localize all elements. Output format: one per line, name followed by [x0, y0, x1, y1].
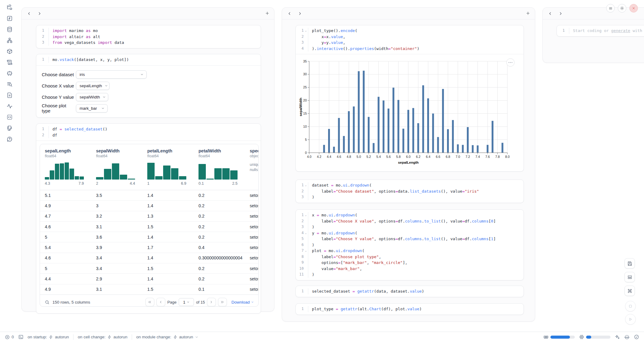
code-cell-plot-type[interactable]: 1plot_type = getattr(alt.Chart(df), plot…	[295, 303, 524, 315]
help-chat-icon[interactable]	[6, 136, 13, 142]
fold-chevron-icon[interactable]: ⌄	[304, 248, 308, 254]
code-line[interactable]: 5 label="Choose Y value", options=df.col…	[296, 236, 524, 242]
memory-usage[interactable]	[543, 334, 575, 340]
code-editor[interactable]: 1df = selected_dataset()2df	[36, 124, 261, 141]
scroll-text-icon[interactable]	[6, 59, 13, 65]
column-next-button[interactable]	[559, 11, 563, 16]
page-select[interactable]: 1	[179, 298, 194, 306]
file-tree-icon[interactable]	[6, 4, 13, 10]
dataset-select[interactable]: iris	[76, 70, 147, 79]
error-indicator[interactable]: 0	[5, 335, 14, 340]
table-row[interactable]: 4.63.41.40.30000000000000004setosa	[40, 253, 258, 263]
code-line[interactable]: 1⌄dataset = mo.ui.dropdown(	[296, 182, 524, 188]
code-line[interactable]: 2 x=x.value,	[296, 34, 524, 40]
code-line[interactable]: 3)	[296, 194, 524, 200]
code-line[interactable]: 6)	[296, 242, 524, 248]
add-cell-button[interactable]	[526, 11, 531, 16]
table-row[interactable]: 4.73.21.30.2setosa	[40, 211, 258, 222]
code-editor[interactable]: 1selected_dataset = getattr(data, datase…	[296, 286, 524, 297]
code-line[interactable]: 3)	[296, 224, 524, 230]
sepal-bar-chart[interactable]: 4.04.24.44.64.85.05.25.45.65.86.06.26.46…	[296, 54, 524, 166]
column-prev-button[interactable]	[288, 11, 292, 16]
code-cell-df[interactable]: 1df = selected_dataset()2df sepalLength …	[36, 123, 261, 314]
code-editor[interactable]: 1mo.vstack([dataset, x, y, plot])	[36, 54, 261, 65]
terminal-button[interactable]	[18, 334, 23, 340]
code-snippet-icon[interactable]	[6, 114, 13, 120]
code-cell-selected-dataset[interactable]: 1selected_dataset = getattr(data, datase…	[295, 286, 524, 297]
layout-button[interactable]	[624, 272, 635, 282]
plot-type-select[interactable]: mark_bar	[76, 104, 108, 112]
copilot-button[interactable]	[624, 334, 630, 340]
table-row[interactable]: 53.61.40.2setosa	[40, 232, 258, 242]
code-cell-dataset[interactable]: 1⌄dataset = mo.ui.dropdown(2 label="Choo…	[295, 180, 524, 203]
table-row[interactable]: 5.13.51.40.2setosa	[40, 190, 258, 201]
column-next-button[interactable]	[38, 11, 42, 16]
search-icon[interactable]	[45, 300, 49, 305]
code-line[interactable]: 1import marimo as mo	[36, 28, 261, 34]
save-button[interactable]	[624, 258, 635, 269]
code-editor[interactable]: 1⌄plot_type().encode(2 x=x.value,3 y=y.v…	[296, 25, 524, 54]
stop-button[interactable]	[625, 301, 636, 312]
column-header-sepalLength[interactable]: sepalLength float64 4.37.9	[40, 144, 91, 190]
first-page-button[interactable]	[145, 298, 154, 306]
shutdown-button[interactable]	[629, 4, 638, 12]
code-line[interactable]: 3 y=y.value,	[296, 40, 524, 46]
table-row[interactable]: 4.931.40.2setosa	[40, 201, 258, 211]
function-square-icon[interactable]	[6, 15, 13, 21]
code-cell-vstack[interactable]: 1mo.vstack([dataset, x, y, plot]) Choose…	[36, 54, 261, 118]
code-line[interactable]: 4).interactive().properties(width="conta…	[296, 46, 524, 52]
download-button[interactable]: Download	[231, 300, 254, 305]
code-line[interactable]: 1⌄x = mo.ui.dropdown(	[296, 212, 524, 218]
fold-chevron-icon[interactable]: ⌄	[304, 182, 308, 188]
code-cell-imports[interactable]: 1import marimo as mo2import altair as al…	[36, 25, 261, 48]
code-cell-controls[interactable]: 1⌄x = mo.ui.dropdown(2 label="Choose X v…	[295, 209, 524, 280]
package-icon[interactable]	[6, 48, 13, 54]
prev-page-button[interactable]	[156, 298, 165, 306]
code-line[interactable]: 2import altair as alt	[36, 34, 261, 40]
activity-icon[interactable]	[6, 103, 13, 109]
on-module-change-setting[interactable]: on module change: autorun	[136, 335, 199, 339]
chart-menu-button[interactable]	[506, 59, 514, 66]
column-next-button[interactable]	[298, 11, 302, 16]
database-icon[interactable]	[6, 26, 13, 32]
on-cell-change-setting[interactable]: on cell change: autorun	[78, 335, 127, 339]
chat-bot-icon[interactable]	[6, 70, 13, 76]
y-value-select[interactable]: sepalWidth	[76, 93, 108, 101]
table-row[interactable]: 53.41.50.2setosa	[40, 263, 258, 274]
code-editor[interactable]: 1⌄dataset = mo.ui.dropdown(2 label="Choo…	[296, 180, 524, 203]
workflow-icon[interactable]	[6, 37, 13, 43]
code-line[interactable]: 7⌄plot = mo.ui.dropdown(	[296, 248, 524, 254]
connection-status-button[interactable]	[634, 334, 639, 340]
ai-assist-button[interactable]	[615, 334, 620, 340]
code-line[interactable]: 1Start coding or generate with AI.	[557, 28, 644, 34]
cpu-usage[interactable]	[579, 334, 610, 340]
table-row[interactable]: 4.42.91.40.2setosa	[40, 274, 258, 284]
fold-chevron-icon[interactable]: ⌄	[304, 212, 308, 218]
table-row[interactable]: 5.43.91.70.4setosa	[40, 242, 258, 253]
code-line[interactable]: 8 label="Choose plot type",	[296, 254, 524, 260]
code-editor[interactable]: 1import marimo as mo2import altair as al…	[36, 25, 261, 48]
on-startup-setting[interactable]: on startup: autorun	[28, 335, 69, 339]
table-row[interactable]: 4.93.11.50.1setosa	[40, 284, 258, 294]
log-search-icon[interactable]	[6, 81, 13, 87]
code-line[interactable]: 4⌄y = mo.ui.dropdown(	[296, 230, 524, 236]
code-line[interactable]: 1⌄plot_type().encode(	[296, 28, 524, 34]
code-line[interactable]: 3from vega_datasets import data	[36, 40, 261, 46]
column-prev-button[interactable]	[27, 11, 31, 16]
code-cell-empty[interactable]: 1Start coding or generate with AI.	[556, 25, 644, 37]
x-value-select[interactable]: sepalLength	[76, 82, 109, 90]
column-header-petalLength[interactable]: petalLength float64 16.9	[142, 144, 194, 190]
add-cell-button[interactable]	[265, 11, 270, 16]
menu-button[interactable]	[606, 4, 615, 12]
code-line[interactable]: 9 options=["mark_bar", "mark_circle"],	[296, 260, 524, 266]
table-row[interactable]: 4.63.11.50.2setosa	[40, 222, 258, 232]
fold-chevron-icon[interactable]: ⌄	[304, 28, 308, 34]
notebook-edit-icon[interactable]	[6, 125, 13, 131]
code-editor[interactable]: 1⌄x = mo.ui.dropdown(2 label="Choose X v…	[296, 210, 524, 280]
column-header-sepalWidth[interactable]: sepalWidth float64 24.4	[91, 144, 142, 190]
last-page-button[interactable]	[218, 298, 227, 306]
code-editor[interactable]: 1Start coding or generate with AI.	[557, 25, 644, 36]
code-line[interactable]: 10 value="mark_bar",	[296, 266, 524, 272]
command-palette-button[interactable]	[624, 286, 635, 296]
code-line[interactable]: 11)	[296, 272, 524, 278]
